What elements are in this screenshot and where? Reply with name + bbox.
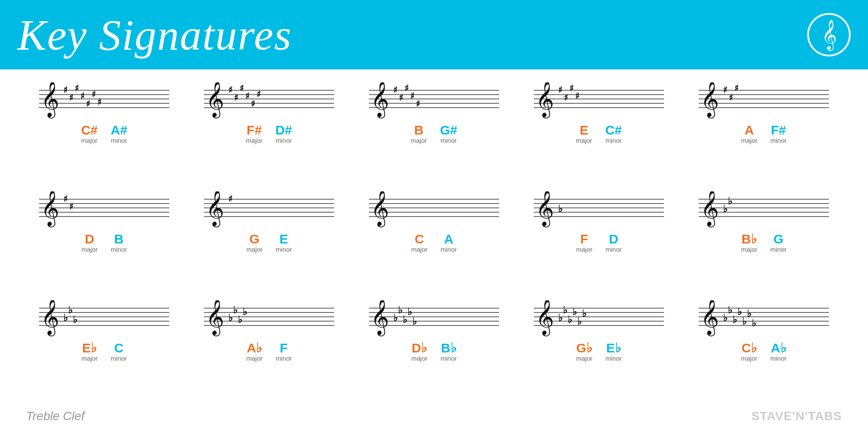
main-content: 𝄞♯♯♯♯♯♯♯C#majorA#minor𝄞♯♯♯♯♯♯F#majorD#mi… [0,69,868,434]
major-label: major [81,355,98,362]
minor-key-group: C#minor [605,124,622,144]
staff-wrapper: 𝄞♭♭ [699,191,829,228]
minor-label: minor [605,246,622,253]
svg-text:♭: ♭ [228,312,233,323]
svg-text:♭: ♭ [398,305,402,316]
footer: Treble Clef STAVE'N'TABS [26,405,842,425]
svg-text:♯: ♯ [564,93,568,102]
svg-text:♭: ♭ [73,314,77,325]
major-note: B [414,124,424,137]
staff-wrapper: 𝄞♯♯ [39,191,169,228]
minor-key-group: Aminor [441,233,457,253]
svg-text:♭: ♭ [63,312,68,323]
major-note: A♭ [247,342,262,355]
major-note: G♭ [576,342,592,355]
svg-text:♯: ♯ [228,194,233,204]
svg-text:♯: ♯ [240,83,244,93]
key-item: 𝄞♯♯♯♯♯BmajorG#minor [356,82,512,187]
svg-text:♯: ♯ [393,85,398,95]
major-note: G [250,233,260,246]
svg-text:𝄞: 𝄞 [371,300,389,336]
svg-text:♭: ♭ [408,306,412,317]
major-label: major [411,137,427,144]
key-item: 𝄞♭♭♭♭A♭majorFminor [191,300,347,405]
key-labels: FmajorDminor [576,233,621,253]
svg-text:♯: ♯ [251,99,255,108]
key-item: 𝄞♯♯♯♯♯♯♯C#majorA#minor [26,82,182,187]
staff-wrapper: 𝄞♯♯♯♯♯♯ [204,82,334,119]
major-note: D [85,233,94,246]
key-item: 𝄞♯♯DmajorBminor [26,191,182,296]
minor-note: F# [771,124,786,137]
svg-text:♭: ♭ [747,308,751,319]
minor-note: E [279,233,288,246]
major-label: major [576,246,592,253]
svg-text:♯: ♯ [410,91,414,101]
svg-text:𝄞: 𝄞 [41,82,59,118]
key-item: 𝄞CmajorAminor [356,191,512,296]
svg-text:𝄞: 𝄞 [206,191,224,227]
svg-text:♯: ♯ [63,194,68,204]
minor-key-group: Gminor [770,233,787,253]
svg-text:𝄞: 𝄞 [536,191,554,227]
major-note: F# [247,124,262,137]
svg-text:♯: ♯ [575,91,579,101]
svg-text:𝄞: 𝄞 [371,191,389,227]
key-labels: EmajorC#minor [576,124,622,144]
treble-clef-icon: 𝄞 [807,13,851,56]
major-label: major [81,137,98,144]
minor-label: minor [441,246,457,253]
minor-key-group: Cminor [111,342,127,362]
minor-key-group: F#minor [770,124,787,144]
major-note: E [580,124,589,137]
minor-key-group: B♭minor [441,342,457,362]
svg-text:𝄞: 𝄞 [206,82,224,118]
major-key-group: Cmajor [411,233,427,253]
svg-text:𝄞: 𝄞 [206,300,224,336]
key-labels: AmajorF#minor [741,124,786,144]
svg-text:♭: ♭ [558,312,562,323]
minor-note: A# [111,124,127,137]
key-item: 𝄞♭♭♭E♭majorCminor [26,300,182,405]
svg-text:♭: ♭ [403,314,407,325]
key-item: 𝄞♯♯♯AmajorF#minor [686,82,842,187]
svg-text:♭: ♭ [68,305,72,316]
major-note: C♭ [741,342,757,355]
staff-wrapper: 𝄞♯♯♯ [699,82,829,119]
minor-key-group: A#minor [111,124,127,144]
svg-text:♭: ♭ [742,316,746,327]
svg-text:♯: ♯ [569,83,574,93]
svg-text:𝄞: 𝄞 [700,191,719,227]
staff-wrapper: 𝄞♯♯♯♯ [534,82,664,119]
staff-wrapper: 𝄞 [369,191,499,228]
svg-text:♭: ♭ [393,312,398,323]
svg-text:♯: ♯ [399,93,403,102]
svg-text:♭: ♭ [558,204,562,214]
major-key-group: C♭major [741,342,757,362]
svg-text:♯: ♯ [63,85,68,95]
staff-wrapper: 𝄞♭♭♭♭♭ [369,300,499,337]
minor-note: E♭ [606,342,621,355]
svg-text:♯: ♯ [92,89,96,99]
minor-note: B [114,233,124,246]
key-labels: CmajorAminor [411,233,457,253]
staff-wrapper: 𝄞♯♯♯♯♯ [369,82,499,119]
major-key-group: Bmajor [411,124,427,144]
key-labels: A♭majorFminor [246,342,292,362]
key-labels: E♭majorCminor [81,342,127,362]
major-note: D♭ [411,342,427,355]
staff-wrapper: 𝄞♭♭♭♭♭♭♭ [699,300,829,337]
major-label: major [246,355,263,362]
minor-key-group: Eminor [276,233,292,253]
minor-label: minor [276,137,292,144]
minor-label: minor [441,137,457,144]
minor-label: minor [111,355,127,362]
svg-text:♯: ♯ [734,83,739,93]
staff-wrapper: 𝄞♭♭♭♭ [204,300,334,337]
major-key-group: Emajor [576,124,592,144]
minor-key-group: G#minor [440,124,457,144]
key-item: 𝄞♭♭♭♭♭♭G♭majorE♭minor [521,300,677,405]
major-key-group: E♭major [81,342,98,362]
minor-note: A♭ [771,342,786,355]
svg-text:♭: ♭ [728,196,732,207]
